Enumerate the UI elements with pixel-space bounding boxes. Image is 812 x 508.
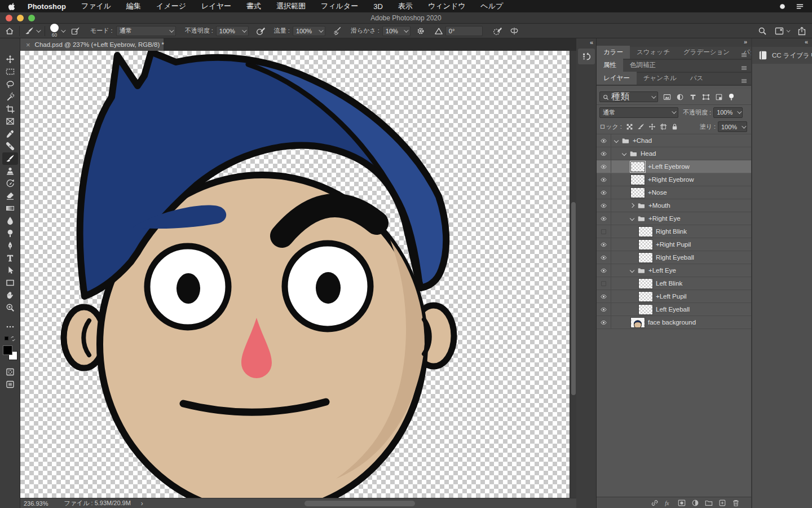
layer-name[interactable]: Left Eyeball [656,306,690,313]
tab-properties-group-0[interactable]: 属性 [597,59,623,72]
airbrush-button[interactable] [333,27,342,36]
layer-thumbnail[interactable] [638,291,653,302]
new-layer-icon[interactable] [718,498,726,508]
tab-color-group-0[interactable]: カラー [597,46,630,59]
layer-name[interactable]: Right Blink [656,228,687,235]
clone-stamp-tool[interactable] [2,165,18,177]
visibility-eye-icon[interactable] [597,186,611,199]
layer-name[interactable]: +Nose [648,189,667,196]
layer-thumbnail[interactable] [630,187,645,198]
layer-fill-select[interactable]: 100% [718,121,747,132]
shape-layer-filter-icon[interactable] [702,92,710,102]
menu-item-11[interactable]: ヘルプ [480,1,503,11]
visibility-eye-icon[interactable] [597,212,611,225]
tab-properties-group-1[interactable]: 色調補正 [623,59,663,72]
smoothing-options-gear-icon[interactable] [416,27,425,36]
tool-preset-picker[interactable] [25,27,39,36]
visibility-hidden-box[interactable] [597,277,611,290]
menu-item-7[interactable]: フィルター [321,1,358,11]
menu-item-2[interactable]: 編集 [126,1,141,11]
vertical-scrollbar-thumb[interactable] [571,202,576,395]
toggle-brush-settings-button[interactable] [71,27,80,36]
layer-row[interactable]: +Left Eyebrow [597,160,751,173]
add-layer-mask-icon[interactable] [678,498,686,508]
collapse-group-chevron-icon[interactable] [630,216,634,221]
layer-row[interactable]: Right Blink [597,225,751,238]
layer-thumbnail[interactable] [638,252,653,263]
smoothing-select[interactable]: 10% [382,26,411,36]
lock-artboard-icon[interactable] [660,123,667,131]
visibility-eye-icon[interactable] [597,316,611,329]
move-tool[interactable] [2,53,18,65]
path-selection-tool[interactable] [2,264,18,277]
layer-row[interactable]: Head [597,147,751,160]
history-panel-button[interactable] [578,49,595,64]
menu-item-10[interactable]: ウィンドウ [428,1,466,11]
lock-all-icon[interactable] [671,123,678,131]
layer-row[interactable]: Left Blink [597,277,751,290]
layer-row[interactable]: +Nose [597,186,751,199]
eyedropper-tool[interactable] [2,128,18,140]
layer-thumbnail[interactable] [638,304,653,315]
brush-angle-input[interactable]: 0° [445,26,483,36]
collapse-group-chevron-icon[interactable] [614,138,619,143]
search-icon[interactable] [758,27,767,36]
layer-thumbnail[interactable] [630,317,645,328]
layer-name[interactable]: +Left Pupil [656,293,687,300]
layer-filtering-toggle[interactable] [727,92,735,102]
lasso-tool[interactable] [2,78,18,90]
opacity-select[interactable]: 100% [216,26,249,36]
layer-thumbnail[interactable] [630,174,645,185]
foreground-background-swatches[interactable] [3,345,17,360]
hand-tool[interactable] [2,289,18,301]
brush-tool[interactable] [2,152,18,165]
foreground-color-swatch[interactable] [3,345,12,355]
layer-name[interactable]: +Right Pupil [656,241,691,248]
lock-paint-icon[interactable] [637,123,645,131]
horizontal-scrollbar-thumb[interactable] [304,501,415,506]
visibility-eye-icon[interactable] [597,251,611,264]
edit-toolbar-ellipsis-button[interactable] [2,321,18,333]
collapse-group-chevron-icon[interactable] [630,268,634,273]
expand-dock-chevron-icon[interactable]: « [590,39,593,46]
collapse-dock-chevron-icon[interactable]: » [744,38,747,45]
rectangular-marquee-tool[interactable] [2,65,18,78]
blur-tool[interactable] [2,214,18,227]
layer-name[interactable]: +Chad [633,137,652,144]
type-tool[interactable] [2,252,18,264]
layer-filter-type-select[interactable]: 種類 [599,91,658,102]
layer-row[interactable]: +Right Eyebrow [597,173,751,186]
dodge-tool[interactable] [2,227,18,239]
history-brush-tool[interactable] [2,177,18,190]
vertical-scrollbar[interactable] [570,51,576,498]
visibility-eye-icon[interactable] [597,199,611,212]
rectangle-tool[interactable] [2,277,18,289]
notification-center-icon[interactable] [796,2,804,11]
visibility-eye-icon[interactable] [597,303,611,316]
layer-name[interactable]: Right Eyeball [656,254,694,261]
layer-name[interactable]: face background [648,319,696,326]
new-group-icon[interactable] [705,498,713,508]
pixel-layer-filter-icon[interactable] [663,92,671,102]
delete-layer-icon[interactable] [732,498,740,508]
menu-item-9[interactable]: 表示 [398,1,413,11]
canvas[interactable] [20,51,576,498]
crop-tool[interactable] [2,103,18,115]
menu-item-5[interactable]: 書式 [246,1,261,11]
layer-row[interactable]: Right Eyeball [597,251,751,264]
spot-healing-brush-tool[interactable] [2,140,18,152]
link-layers-icon[interactable] [651,498,659,508]
document-tab[interactable]: × Chad.psd @ 237% (+Left Eyebrow, RGB/8)… [20,38,164,51]
workspace-switcher-button[interactable] [775,27,789,36]
screen-mode-button[interactable] [2,378,18,391]
layer-thumbnail[interactable] [638,239,653,250]
panel-menu-icon[interactable] [740,76,748,86]
menu-item-1[interactable]: ファイル [81,1,111,11]
blend-mode-select[interactable]: 通常 [116,26,176,36]
tab-color-group-2[interactable]: グラデーション [677,46,736,59]
lock-transparency-icon[interactable] [626,123,633,131]
zoom-level-field[interactable]: 236.93% [24,500,48,507]
eraser-tool[interactable] [2,190,18,202]
adjustment-layer-filter-icon[interactable] [676,92,684,102]
collapse-group-chevron-icon[interactable] [622,151,626,156]
